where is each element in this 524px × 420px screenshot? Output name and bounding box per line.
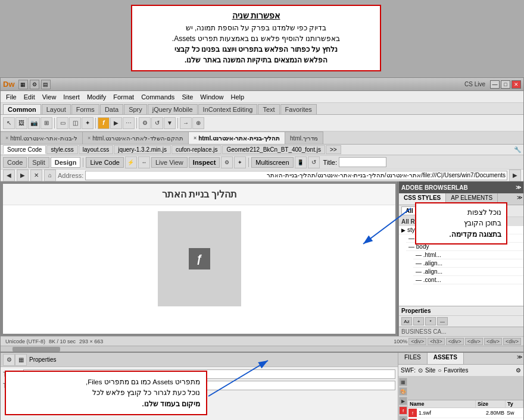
tab-layout[interactable]: Layout xyxy=(42,104,71,114)
inspect-icon2[interactable]: ✦ xyxy=(234,156,246,168)
tag-h3[interactable]: <h3> xyxy=(428,338,445,345)
tab-data[interactable]: Data xyxy=(100,104,123,114)
menu-edit[interactable]: Edit xyxy=(21,93,38,101)
tag-div-1[interactable]: <div> xyxy=(503,338,521,345)
maximize-button[interactable]: □ xyxy=(501,80,510,89)
prop-icon-star[interactable]: * xyxy=(425,317,436,325)
forward-button[interactable]: ▶ xyxy=(17,170,29,181)
site-label[interactable]: Site xyxy=(425,367,435,374)
tag-div-3[interactable]: <div> xyxy=(465,338,483,345)
address-input[interactable] xyxy=(85,171,507,180)
flash-placeholder[interactable]: ƒ xyxy=(158,211,241,306)
live-view-button[interactable]: Live View xyxy=(151,157,188,168)
assets-toolbar-icon[interactable]: ⚙ xyxy=(516,367,521,374)
doc-tab-1[interactable]: ל-בנות-אתר-אינטרנט.html × xyxy=(1,131,83,144)
file-tab-style-css[interactable]: style.css xyxy=(46,145,77,154)
doc-tab-4[interactable]: מדריך.html xyxy=(285,131,323,144)
menu-insert[interactable]: Insert xyxy=(60,93,83,101)
tab-text[interactable]: Text xyxy=(258,104,279,114)
rule-align-1[interactable]: — .align... xyxy=(413,259,523,268)
props-icon-2[interactable]: ▦ xyxy=(15,354,27,366)
rule-html-class[interactable]: — .html... xyxy=(413,251,523,259)
doc-tab-2[interactable]: תהקם-השלד-לאתר-האינטרנט.html × xyxy=(83,131,189,144)
asset-icon-3[interactable]: ▶ xyxy=(399,397,407,405)
file-tab-source-code[interactable]: Source Code xyxy=(3,145,46,154)
design-button[interactable]: Design xyxy=(51,157,81,168)
menu-modify[interactable]: Modify xyxy=(84,93,109,101)
asset-icon-flash-active[interactable]: f xyxy=(399,406,407,415)
toolbar-icon-arrow-r[interactable]: → xyxy=(180,117,192,129)
scrollbar-thumb[interactable] xyxy=(13,347,60,352)
asset-row-1[interactable]: f 1.swf 2.80MB Sw xyxy=(408,408,523,418)
tag-div-2[interactable]: <div> xyxy=(484,338,502,345)
titlebar-icon-2[interactable]: ⚙ xyxy=(30,80,39,89)
close-tab-3-active[interactable]: × xyxy=(194,135,196,141)
menu-file[interactable]: File xyxy=(3,93,20,101)
horizontal-scrollbar[interactable] xyxy=(1,346,523,352)
close-tab-1[interactable]: × xyxy=(5,135,8,141)
toolbar-icon-nav[interactable]: ⋯ xyxy=(123,117,135,129)
asset-icon-5[interactable]: ⚙ xyxy=(399,416,407,420)
menu-format[interactable]: Format xyxy=(110,93,137,101)
file-tab-more[interactable]: >> xyxy=(326,145,341,154)
live-code-icon2[interactable]: ↔ xyxy=(138,156,150,168)
toolbar-icon-settings[interactable]: ⚙ xyxy=(139,117,151,129)
inspect-button[interactable]: Inspect xyxy=(189,157,220,168)
toolbar-icon-img[interactable]: 🖼 xyxy=(15,117,27,129)
toolbar-icon-cursor[interactable]: ↖ xyxy=(3,117,15,129)
minimize-button[interactable]: — xyxy=(490,80,500,89)
menu-site[interactable]: Site xyxy=(179,93,196,101)
toolbar-icon-spry[interactable]: ✦ xyxy=(82,117,93,129)
tab-incontext-editing[interactable]: InContext Editing xyxy=(198,104,258,114)
file-tab-geometr[interactable]: Geometr212_BkCn_BT_400_font.js xyxy=(222,145,325,154)
prop-icon-dash[interactable]: — xyxy=(437,317,448,325)
tab-common[interactable]: Common xyxy=(3,104,41,114)
doc-tab-3[interactable]: תהליך-בניית-אתר-אינטרנט.html × xyxy=(189,131,285,144)
menu-commands[interactable]: Commands xyxy=(138,93,177,101)
multiscreen-icon[interactable]: 📱 xyxy=(295,156,307,168)
code-button[interactable]: Code xyxy=(3,157,27,168)
tab-favorites[interactable]: Favorites xyxy=(280,104,317,114)
panel-arrow[interactable]: ≫ xyxy=(516,353,523,364)
titlebar-icon-3[interactable]: ▤ xyxy=(41,80,51,89)
prop-icon-az[interactable]: Az xyxy=(401,317,412,325)
toolbar-icon-table[interactable]: ⊞ xyxy=(40,117,52,129)
rule-align-2[interactable]: — .align... xyxy=(413,268,523,276)
close-tab-2[interactable]: × xyxy=(88,135,91,141)
toolbar-icon-extra[interactable]: ⊕ xyxy=(192,117,204,129)
titlebar-icon-1[interactable]: ▦ xyxy=(18,80,28,89)
stop-button[interactable]: ✕ xyxy=(30,170,42,181)
toolbar-icon-div[interactable]: ▭ xyxy=(57,117,68,129)
toolbar-icon-img2[interactable]: 📷 xyxy=(28,117,40,129)
multiscreen-button[interactable]: Multiscreen xyxy=(251,157,293,168)
refresh-icon[interactable]: ↺ xyxy=(308,156,320,168)
file-tab-layout-css[interactable]: layout.css xyxy=(79,145,113,154)
panel-expand[interactable]: ≫ xyxy=(516,193,523,205)
rule-cont[interactable]: — .cont... xyxy=(413,276,523,284)
file-tab-filter-icon[interactable]: 🔧 xyxy=(514,146,521,153)
browserlab-expand[interactable]: ≫ xyxy=(516,184,521,190)
asset-icon-2[interactable]: 🎨 xyxy=(399,387,407,396)
menu-view[interactable]: View xyxy=(39,93,60,101)
toolbar-icon-refresh[interactable]: ↺ xyxy=(151,117,163,129)
assets-tab[interactable]: ASSETS xyxy=(428,353,464,364)
tag-div-5[interactable]: <div> xyxy=(408,338,426,345)
toolbar-icon-ap[interactable]: ◫ xyxy=(69,117,81,129)
file-tab-jquery[interactable]: jquery-1.3.2.min.js xyxy=(114,145,171,154)
home-button[interactable]: ⌂ xyxy=(44,170,56,181)
toolbar-icon-down[interactable]: ▼ xyxy=(164,117,176,129)
title-input[interactable] xyxy=(339,157,386,167)
files-tab[interactable]: FILES xyxy=(398,353,428,364)
tab-spry[interactable]: Spry xyxy=(124,104,147,114)
toolbar-icon-flash[interactable]: f xyxy=(98,117,110,129)
menu-window[interactable]: Window xyxy=(197,93,226,101)
live-code-icon[interactable]: ⚡ xyxy=(125,156,137,168)
address-go[interactable]: ▶ xyxy=(509,170,521,181)
live-code-button[interactable]: Live Code xyxy=(86,157,124,168)
tag-div-4[interactable]: <div> xyxy=(446,338,464,345)
back-button[interactable]: ◀ xyxy=(3,170,15,181)
file-tab-cufon[interactable]: cufon-replace.js xyxy=(171,145,222,154)
inspect-icon1[interactable]: ⚙ xyxy=(221,156,233,168)
prop-icon-plus[interactable]: + xyxy=(413,317,424,325)
props-icon-1[interactable]: ⚙ xyxy=(3,354,15,366)
